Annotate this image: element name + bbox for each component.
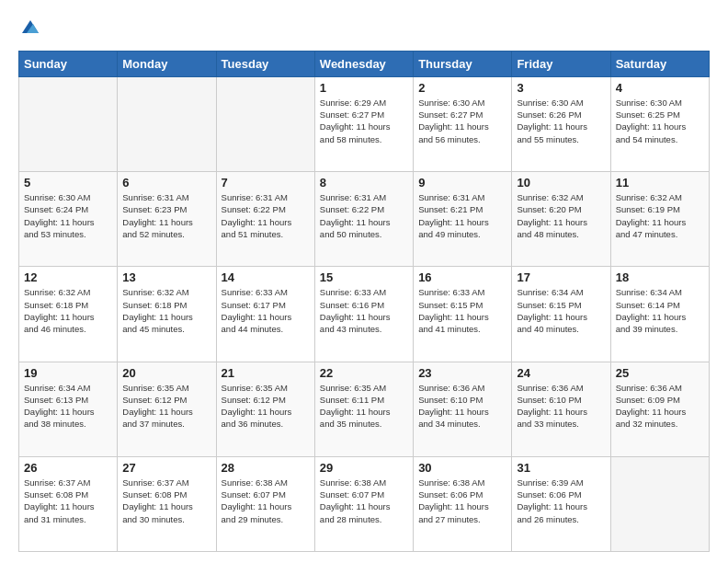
calendar-cell: 15Sunrise: 6:33 AM Sunset: 6:16 PM Dayli…: [314, 267, 413, 362]
day-info: Sunrise: 6:36 AM Sunset: 6:10 PM Dayligh…: [418, 382, 506, 431]
day-info: Sunrise: 6:33 AM Sunset: 6:16 PM Dayligh…: [320, 286, 408, 335]
weekday-header-saturday: Saturday: [610, 51, 709, 76]
week-row-4: 19Sunrise: 6:34 AM Sunset: 6:13 PM Dayli…: [19, 362, 710, 456]
calendar-cell: 23Sunrise: 6:36 AM Sunset: 6:10 PM Dayli…: [414, 362, 512, 456]
day-number: 22: [320, 366, 408, 380]
weekday-header-sunday: Sunday: [19, 51, 118, 76]
day-number: 21: [222, 366, 310, 380]
day-number: 5: [24, 176, 112, 190]
day-info: Sunrise: 6:38 AM Sunset: 6:07 PM Dayligh…: [320, 477, 408, 525]
day-info: Sunrise: 6:29 AM Sunset: 6:27 PM Dayligh…: [320, 97, 408, 145]
day-number: 1: [320, 81, 408, 95]
calendar-cell: 12Sunrise: 6:32 AM Sunset: 6:18 PM Dayli…: [19, 267, 118, 362]
weekday-header-row: SundayMondayTuesdayWednesdayThursdayFrid…: [19, 51, 710, 76]
calendar-cell: 8Sunrise: 6:31 AM Sunset: 6:22 PM Daylig…: [314, 172, 413, 267]
day-info: Sunrise: 6:31 AM Sunset: 6:23 PM Dayligh…: [122, 191, 210, 240]
calendar-cell: 10Sunrise: 6:32 AM Sunset: 6:20 PM Dayli…: [512, 172, 610, 267]
calendar-cell: 28Sunrise: 6:38 AM Sunset: 6:07 PM Dayli…: [216, 456, 314, 551]
calendar-cell: 19Sunrise: 6:34 AM Sunset: 6:13 PM Dayli…: [19, 362, 118, 456]
calendar-cell: [118, 76, 216, 171]
calendar-cell: 16Sunrise: 6:33 AM Sunset: 6:15 PM Dayli…: [414, 267, 512, 362]
calendar-cell: 1Sunrise: 6:29 AM Sunset: 6:27 PM Daylig…: [314, 76, 413, 171]
day-info: Sunrise: 6:30 AM Sunset: 6:24 PM Dayligh…: [24, 191, 112, 240]
day-info: Sunrise: 6:30 AM Sunset: 6:26 PM Dayligh…: [517, 97, 605, 145]
day-number: 24: [517, 366, 605, 380]
day-number: 28: [222, 461, 310, 475]
day-info: Sunrise: 6:32 AM Sunset: 6:18 PM Dayligh…: [122, 286, 210, 335]
calendar-cell: 13Sunrise: 6:32 AM Sunset: 6:18 PM Dayli…: [118, 267, 216, 362]
day-info: Sunrise: 6:34 AM Sunset: 6:14 PM Dayligh…: [616, 286, 704, 335]
day-info: Sunrise: 6:31 AM Sunset: 6:21 PM Dayligh…: [418, 191, 506, 240]
day-number: 12: [24, 270, 112, 284]
day-info: Sunrise: 6:31 AM Sunset: 6:22 PM Dayligh…: [222, 191, 310, 240]
week-row-2: 5Sunrise: 6:30 AM Sunset: 6:24 PM Daylig…: [19, 172, 710, 267]
calendar-cell: 4Sunrise: 6:30 AM Sunset: 6:25 PM Daylig…: [610, 76, 709, 171]
calendar-cell: 5Sunrise: 6:30 AM Sunset: 6:24 PM Daylig…: [19, 172, 118, 267]
day-info: Sunrise: 6:32 AM Sunset: 6:20 PM Dayligh…: [517, 191, 605, 240]
day-info: Sunrise: 6:38 AM Sunset: 6:06 PM Dayligh…: [418, 477, 506, 525]
day-number: 15: [320, 270, 408, 284]
calendar-cell: 27Sunrise: 6:37 AM Sunset: 6:08 PM Dayli…: [118, 456, 216, 551]
day-number: 8: [320, 176, 408, 190]
page: SundayMondayTuesdayWednesdayThursdayFrid…: [0, 0, 728, 563]
day-number: 4: [616, 81, 704, 95]
day-info: Sunrise: 6:33 AM Sunset: 6:17 PM Dayligh…: [222, 286, 310, 335]
day-info: Sunrise: 6:37 AM Sunset: 6:08 PM Dayligh…: [24, 477, 112, 525]
calendar-table: SundayMondayTuesdayWednesdayThursdayFrid…: [18, 51, 710, 552]
day-info: Sunrise: 6:32 AM Sunset: 6:18 PM Dayligh…: [24, 286, 112, 335]
week-row-3: 12Sunrise: 6:32 AM Sunset: 6:18 PM Dayli…: [19, 267, 710, 362]
day-info: Sunrise: 6:38 AM Sunset: 6:07 PM Dayligh…: [222, 477, 310, 525]
day-info: Sunrise: 6:33 AM Sunset: 6:15 PM Dayligh…: [418, 286, 506, 335]
day-number: 17: [517, 270, 605, 284]
calendar-cell: 24Sunrise: 6:36 AM Sunset: 6:10 PM Dayli…: [512, 362, 610, 456]
calendar-cell: 7Sunrise: 6:31 AM Sunset: 6:22 PM Daylig…: [216, 172, 314, 267]
calendar-cell: [610, 456, 709, 551]
day-number: 20: [122, 366, 210, 380]
day-info: Sunrise: 6:39 AM Sunset: 6:06 PM Dayligh…: [517, 477, 605, 525]
week-row-1: 1Sunrise: 6:29 AM Sunset: 6:27 PM Daylig…: [19, 76, 710, 171]
day-number: 25: [616, 366, 704, 380]
calendar-cell: 21Sunrise: 6:35 AM Sunset: 6:12 PM Dayli…: [216, 362, 314, 456]
day-number: 16: [418, 270, 506, 284]
day-number: 14: [222, 270, 310, 284]
day-number: 9: [418, 176, 506, 190]
header: [18, 17, 710, 41]
weekday-header-thursday: Thursday: [414, 51, 512, 76]
day-info: Sunrise: 6:35 AM Sunset: 6:11 PM Dayligh…: [320, 382, 408, 431]
calendar-cell: [19, 76, 118, 171]
day-number: 2: [418, 81, 506, 95]
day-info: Sunrise: 6:36 AM Sunset: 6:09 PM Dayligh…: [616, 382, 704, 431]
day-number: 7: [222, 176, 310, 190]
weekday-header-friday: Friday: [512, 51, 610, 76]
day-info: Sunrise: 6:31 AM Sunset: 6:22 PM Dayligh…: [320, 191, 408, 240]
day-number: 19: [24, 366, 112, 380]
calendar-cell: 22Sunrise: 6:35 AM Sunset: 6:11 PM Dayli…: [314, 362, 413, 456]
calendar-cell: 17Sunrise: 6:34 AM Sunset: 6:15 PM Dayli…: [512, 267, 610, 362]
day-info: Sunrise: 6:35 AM Sunset: 6:12 PM Dayligh…: [222, 382, 310, 431]
calendar-cell: 2Sunrise: 6:30 AM Sunset: 6:27 PM Daylig…: [414, 76, 512, 171]
day-number: 18: [616, 270, 704, 284]
calendar-cell: 11Sunrise: 6:32 AM Sunset: 6:19 PM Dayli…: [610, 172, 709, 267]
day-number: 23: [418, 366, 506, 380]
weekday-header-wednesday: Wednesday: [314, 51, 413, 76]
calendar-cell: 26Sunrise: 6:37 AM Sunset: 6:08 PM Dayli…: [19, 456, 118, 551]
day-number: 30: [418, 461, 506, 475]
day-info: Sunrise: 6:37 AM Sunset: 6:08 PM Dayligh…: [122, 477, 210, 525]
day-number: 3: [517, 81, 605, 95]
logo-icon: [20, 17, 40, 37]
day-info: Sunrise: 6:32 AM Sunset: 6:19 PM Dayligh…: [616, 191, 704, 240]
day-info: Sunrise: 6:34 AM Sunset: 6:13 PM Dayligh…: [24, 382, 112, 431]
day-number: 27: [122, 461, 210, 475]
day-info: Sunrise: 6:36 AM Sunset: 6:10 PM Dayligh…: [517, 382, 605, 431]
calendar-cell: 3Sunrise: 6:30 AM Sunset: 6:26 PM Daylig…: [512, 76, 610, 171]
day-number: 26: [24, 461, 112, 475]
day-number: 13: [122, 270, 210, 284]
calendar-cell: [216, 76, 314, 171]
calendar-cell: 14Sunrise: 6:33 AM Sunset: 6:17 PM Dayli…: [216, 267, 314, 362]
calendar-cell: 31Sunrise: 6:39 AM Sunset: 6:06 PM Dayli…: [512, 456, 610, 551]
logo: [18, 17, 40, 41]
day-info: Sunrise: 6:30 AM Sunset: 6:25 PM Dayligh…: [616, 97, 704, 145]
day-number: 10: [517, 176, 605, 190]
calendar-cell: 30Sunrise: 6:38 AM Sunset: 6:06 PM Dayli…: [414, 456, 512, 551]
day-number: 6: [122, 176, 210, 190]
